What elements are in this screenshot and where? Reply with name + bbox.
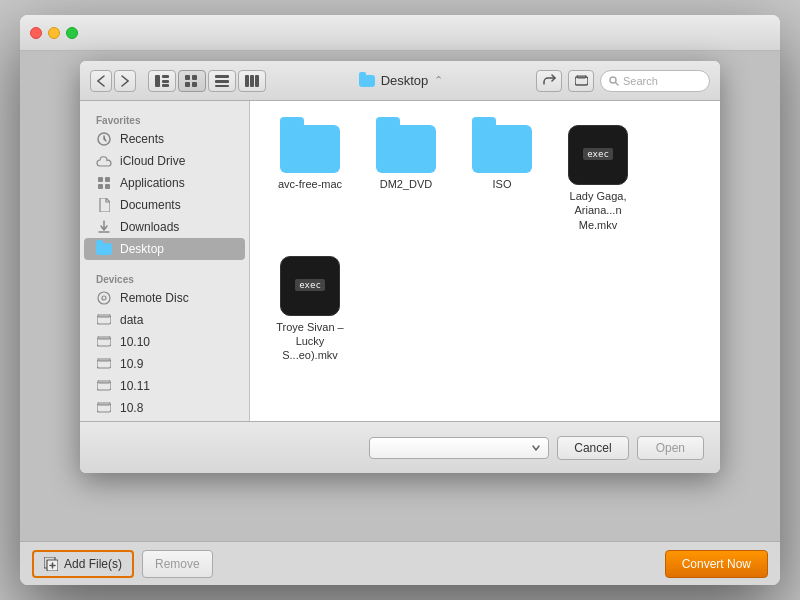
downloads-icon: [96, 219, 112, 235]
sidebar-item-label: 10.10: [120, 335, 150, 349]
drive-icon: [96, 378, 112, 394]
sidebar-item-data[interactable]: data: [84, 309, 245, 331]
maximize-button[interactable]: [66, 27, 78, 39]
file-item-dm2-dvd[interactable]: DM2_DVD: [366, 121, 446, 236]
desktop-folder-icon: [96, 241, 112, 257]
format-dropdown[interactable]: [369, 437, 549, 459]
svg-rect-13: [255, 75, 259, 87]
close-button[interactable]: [30, 27, 42, 39]
sidebar-item-label: Applications: [120, 176, 185, 190]
title-folder-icon: [359, 75, 375, 87]
back-button[interactable]: [90, 70, 112, 92]
cancel-button[interactable]: Cancel: [557, 436, 628, 460]
exec-icon: exec: [280, 256, 340, 316]
sidebar-item-recents[interactable]: Recents: [84, 128, 245, 150]
sidebar-item-downloads[interactable]: Downloads: [84, 216, 245, 238]
applications-icon: [96, 175, 112, 191]
remove-button[interactable]: Remove: [142, 550, 213, 578]
sidebar-item-applications[interactable]: Applications: [84, 172, 245, 194]
sidebar-item-icloud[interactable]: iCloud Drive: [84, 150, 245, 172]
sidebar-item-remote-disc[interactable]: Remote Disc: [84, 287, 245, 309]
dialog-bottom: Cancel Open: [80, 421, 720, 473]
svg-rect-6: [185, 82, 190, 87]
add-files-label: Add File(s): [64, 557, 122, 571]
exec-label: exec: [295, 279, 325, 291]
dialog-title: Desktop: [381, 73, 429, 88]
search-placeholder: Search: [623, 75, 658, 87]
minimize-button[interactable]: [48, 27, 60, 39]
forward-button[interactable]: [114, 70, 136, 92]
file-item-troye-sivan[interactable]: exec Troye Sivan – Lucky S...eo).mkv: [270, 252, 350, 367]
svg-rect-11: [245, 75, 249, 87]
sidebar-item-label: iCloud Drive: [120, 154, 185, 168]
sidebar-item-label: data: [120, 313, 143, 327]
app-titlebar: [20, 15, 780, 51]
svg-rect-1: [162, 75, 169, 78]
file-name: avc-free-mac: [278, 177, 342, 191]
drive-icon: [96, 400, 112, 416]
sidebar-item-label: 10.8: [120, 401, 143, 415]
view-icon-button[interactable]: [178, 70, 206, 92]
file-item-lady-gaga[interactable]: exec Lady Gaga, Ariana...n Me.mkv: [558, 121, 638, 236]
app-bottom-bar: Add File(s) Remove Convert Now: [20, 541, 780, 585]
file-name: Lady Gaga, Ariana...n Me.mkv: [562, 189, 634, 232]
file-grid: avc-free-mac DM2_DVD ISO: [262, 113, 708, 375]
sidebar-item-label: Recents: [120, 132, 164, 146]
view-buttons: [148, 70, 266, 92]
file-name: Troye Sivan – Lucky S...eo).mkv: [274, 320, 346, 363]
file-item-avc-free-mac[interactable]: avc-free-mac: [270, 121, 350, 236]
icloud-icon: [96, 153, 112, 169]
sidebar-item-108[interactable]: 10.8: [84, 397, 245, 419]
drive-icon: [96, 356, 112, 372]
sidebar-item-109[interactable]: 10.9: [84, 353, 245, 375]
search-icon: [609, 76, 619, 86]
svg-rect-3: [162, 84, 169, 87]
share-button[interactable]: [536, 70, 562, 92]
svg-rect-19: [98, 177, 103, 182]
recents-icon: [96, 131, 112, 147]
exec-label: exec: [583, 148, 613, 160]
folder-icon: [472, 125, 532, 173]
sidebar-item-1010[interactable]: 10.10: [84, 331, 245, 353]
search-box[interactable]: Search: [600, 70, 710, 92]
traffic-lights: [30, 27, 78, 39]
chevron-down-icon: [532, 445, 540, 451]
right-toolbar: Search: [536, 70, 710, 92]
view-sidebar-button[interactable]: [148, 70, 176, 92]
open-button[interactable]: Open: [637, 436, 704, 460]
sidebar-item-label: Remote Disc: [120, 291, 189, 305]
dialog-title-area: Desktop ⌃: [274, 73, 528, 88]
file-name: ISO: [493, 177, 512, 191]
sidebar-item-desktop[interactable]: Desktop: [84, 238, 245, 260]
sidebar-item-1011[interactable]: 10.11: [84, 375, 245, 397]
convert-button[interactable]: Convert Now: [665, 550, 768, 578]
devices-section: Devices Remote Disc: [80, 268, 249, 419]
sidebar-item-label: Desktop: [120, 242, 164, 256]
svg-point-24: [102, 296, 106, 300]
sidebar: Favorites Recents iCloud Drive: [80, 101, 250, 421]
svg-rect-8: [215, 75, 229, 78]
svg-point-23: [98, 292, 110, 304]
file-item-iso[interactable]: ISO: [462, 121, 542, 236]
svg-rect-4: [185, 75, 190, 80]
add-files-icon: [44, 557, 58, 571]
file-name: DM2_DVD: [380, 177, 433, 191]
app-content: Desktop ⌃ Search: [20, 51, 780, 585]
svg-rect-7: [192, 82, 197, 87]
sidebar-item-documents[interactable]: Documents: [84, 194, 245, 216]
documents-icon: [96, 197, 112, 213]
drive-icon: [96, 312, 112, 328]
storage-button[interactable]: [568, 70, 594, 92]
folder-icon: [376, 125, 436, 173]
svg-rect-12: [250, 75, 254, 87]
view-column-button[interactable]: [238, 70, 266, 92]
add-files-button[interactable]: Add File(s): [32, 550, 134, 578]
view-list-button[interactable]: [208, 70, 236, 92]
favorites-label: Favorites: [80, 109, 249, 128]
svg-rect-10: [215, 85, 229, 87]
svg-line-17: [616, 82, 619, 85]
nav-buttons: [90, 70, 136, 92]
main-area: Desktop ⌃ Search: [20, 51, 780, 541]
drive-icon: [96, 334, 112, 350]
svg-rect-0: [155, 75, 160, 87]
